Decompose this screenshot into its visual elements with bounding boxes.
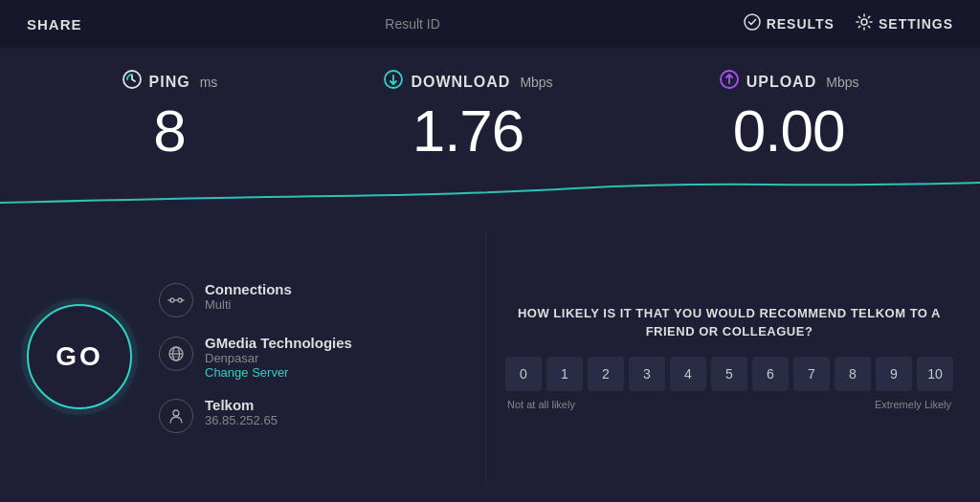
nav-right: RESULTS SETTINGS [744,13,953,34]
nps-question: HOW LIKELY IS IT THAT YOU WOULD RECOMMEN… [505,304,953,341]
upload-icon [719,69,740,95]
results-label: RESULTS [767,16,835,32]
isp-row: Telkom 36.85.252.65 [159,397,352,433]
upload-stat: UPLOAD Mbps 0.00 [719,69,859,164]
svg-point-0 [745,14,760,30]
ping-label: PING [149,74,190,91]
upload-value: 0.00 [733,98,845,164]
nps-label-right: Extremely Likely [875,399,951,410]
ping-label-row: PING ms [122,69,218,95]
nps-btn-1[interactable]: 1 [546,357,583,391]
server-info: Connections Multi [159,281,352,433]
settings-icon [856,13,873,34]
upload-label: UPLOAD [746,74,817,91]
svg-point-1 [861,19,867,25]
change-server-link[interactable]: Change Server [205,365,352,380]
results-button[interactable]: RESULTS [744,13,835,34]
nps-labels: Not at all likely Extremely Likely [505,399,953,410]
provider-row: GMedia Technologies Denpasar Change Serv… [159,335,352,380]
connections-value: Multi [205,297,292,312]
left-panel: GO Connections Multi [27,230,466,483]
nps-btn-0[interactable]: 0 [505,357,542,391]
nps-panel: HOW LIKELY IS IT THAT YOU WOULD RECOMMEN… [485,230,953,483]
download-label: DOWNLOAD [411,74,510,91]
result-id-label: Result ID [385,16,440,32]
globe-icon [167,345,185,362]
nps-btn-7[interactable]: 7 [793,357,830,391]
stats-section: PING ms 8 DOWNLOAD Mbps 1.7 [0,48,980,211]
main-content: GO Connections Multi [0,211,980,502]
nps-btn-4[interactable]: 4 [670,357,706,391]
provider-text: GMedia Technologies Denpasar Change Serv… [205,335,352,380]
settings-label: SETTINGS [879,16,953,32]
provider-icon-wrap [159,337,193,371]
provider-location: Denpasar [205,351,352,365]
isp-label: Telkom [205,397,278,413]
person-icon [167,407,185,425]
nps-btn-3[interactable]: 3 [629,357,665,391]
provider-label: GMedia Technologies [205,335,352,351]
speed-line [0,179,980,207]
nps-btn-10[interactable]: 10 [917,357,953,391]
nps-btn-8[interactable]: 8 [835,357,871,391]
isp-text: Telkom 36.85.252.65 [205,397,278,427]
nps-btn-9[interactable]: 9 [876,357,912,391]
download-value: 1.76 [412,98,524,164]
nps-btn-6[interactable]: 6 [752,357,789,391]
download-unit: Mbps [520,75,552,90]
ping-icon [122,69,143,95]
go-button[interactable]: GO [27,304,132,409]
connections-label: Connections [205,281,292,297]
upload-label-row: UPLOAD Mbps [719,69,859,95]
connections-row: Connections Multi [159,281,352,317]
svg-point-9 [173,410,179,416]
nps-btn-2[interactable]: 2 [588,357,624,391]
stats-row: PING ms 8 DOWNLOAD Mbps 1.7 [0,69,980,179]
results-icon [744,13,761,34]
ping-value: 8 [153,98,185,164]
app-wrapper: SHARE Result ID RESULTS [0,0,980,502]
download-icon [383,69,404,95]
connections-icon-wrap [159,283,193,317]
upload-unit: Mbps [826,75,858,90]
nps-label-left: Not at all likely [507,399,575,410]
download-stat: DOWNLOAD Mbps 1.76 [383,69,552,164]
nps-buttons: 012345678910 [505,357,953,391]
connections-icon [167,292,185,309]
settings-button[interactable]: SETTINGS [856,13,953,34]
connections-text: Connections Multi [205,281,292,312]
top-nav: SHARE Result ID RESULTS [0,0,980,48]
isp-ip: 36.85.252.65 [205,413,278,427]
download-label-row: DOWNLOAD Mbps [383,69,552,95]
nps-btn-5[interactable]: 5 [711,357,747,391]
share-button[interactable]: SHARE [27,16,82,33]
ping-stat: PING ms 8 [122,69,218,164]
ping-unit: ms [200,75,218,90]
isp-icon-wrap [159,399,193,433]
